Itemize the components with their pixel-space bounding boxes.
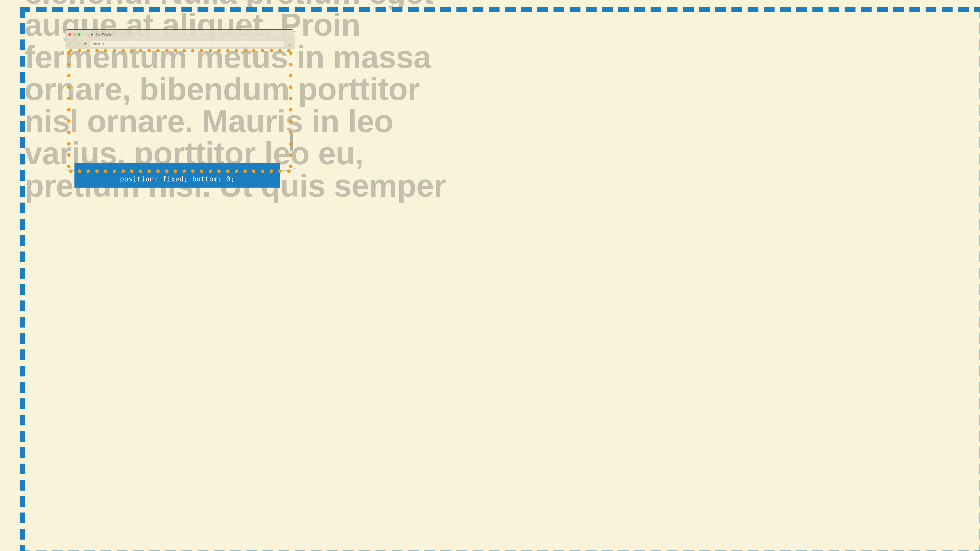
back-button[interactable]: ←	[68, 41, 73, 46]
browser-viewport	[65, 49, 295, 170]
fixed-bar-label: position: fixed; bottom: 0;	[120, 175, 235, 183]
tab-strip: b! My Website +	[65, 30, 295, 40]
browser-window: b! My Website + ← → ⟳ bram.us ⋮	[65, 29, 295, 170]
new-tab-button[interactable]: +	[138, 32, 141, 37]
browser-chrome: b! My Website + ← → ⟳ bram.us ⋮	[65, 30, 295, 49]
browser-tab[interactable]: b! My Website	[88, 31, 132, 38]
reload-button[interactable]: ⟳	[83, 41, 88, 46]
tab-title: My Website	[96, 33, 111, 36]
maximize-window-icon[interactable]	[78, 33, 81, 36]
scrollbar-thumb[interactable]	[290, 132, 293, 151]
traffic-lights	[68, 33, 81, 36]
browser-toolbar: ← → ⟳ bram.us ⋮	[65, 40, 295, 49]
address-bar[interactable]: bram.us	[90, 41, 284, 47]
favicon-icon: b!	[91, 33, 94, 37]
forward-button[interactable]: →	[75, 41, 80, 46]
minimize-window-icon[interactable]	[73, 33, 76, 36]
url-text: bram.us	[93, 42, 104, 46]
kebab-menu-icon[interactable]: ⋮	[287, 42, 292, 46]
close-window-icon[interactable]	[68, 33, 71, 36]
fixed-position-bar: position: fixed; bottom: 0;	[75, 163, 280, 187]
